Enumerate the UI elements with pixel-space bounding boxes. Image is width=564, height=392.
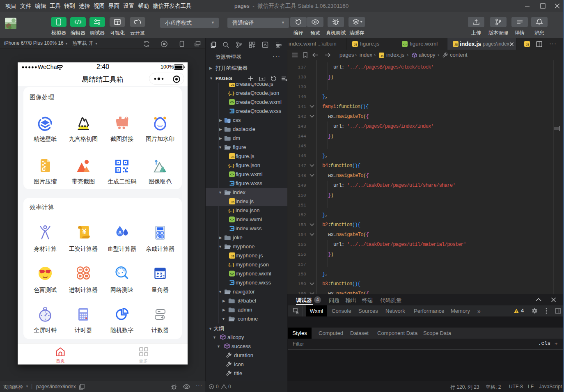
svg-text:JS: JS <box>526 43 530 46</box>
svg-text:JS: JS <box>381 55 383 57</box>
svg-text:A: A <box>118 230 122 236</box>
svg-text:<>: <> <box>403 43 407 46</box>
svg-text:JS: JS <box>454 43 458 46</box>
svg-text:JS: JS <box>354 43 358 46</box>
